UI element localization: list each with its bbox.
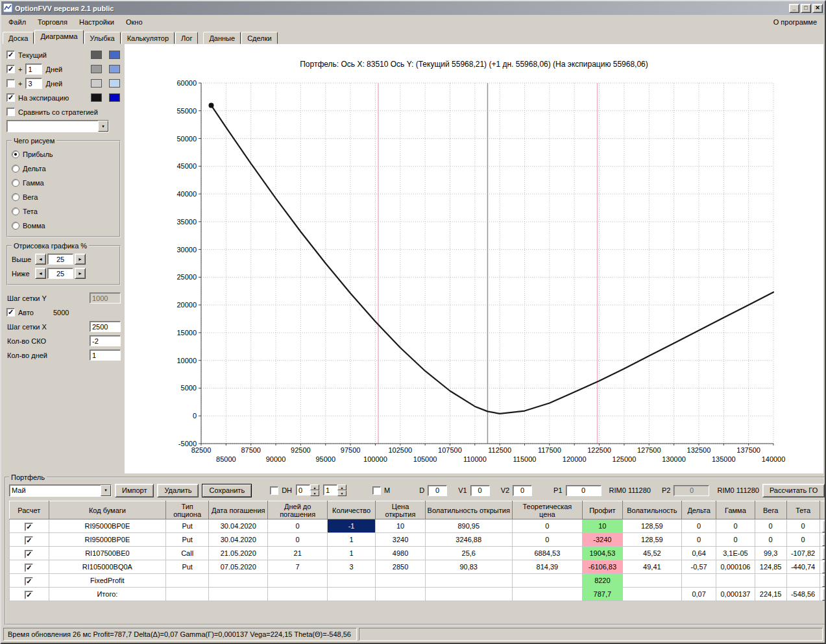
cell-code[interactable]: FixedProfit [49, 574, 166, 588]
delete-row-button[interactable]: X [822, 588, 826, 601]
column-header-1[interactable]: Код бумаги [49, 501, 166, 519]
column-header-14[interactable]: Тета [786, 501, 820, 519]
close-button[interactable]: ✕ [812, 4, 823, 13]
radio-delta[interactable] [12, 165, 19, 173]
cell-code[interactable]: RI107500BE0 [49, 547, 166, 560]
cell-theo[interactable] [512, 588, 582, 601]
tab-calculator[interactable]: Калькулятор [121, 32, 175, 44]
cell-theta[interactable]: -440,74 [786, 560, 820, 574]
cell-vol[interactable] [622, 588, 681, 601]
menu-about[interactable]: О программе [767, 16, 823, 28]
column-header-0[interactable]: Расчет [10, 501, 49, 519]
column-header-11[interactable]: Дельта [682, 501, 716, 519]
cell-date[interactable]: 30.04.2020 [209, 533, 268, 547]
cell-date[interactable]: 30.04.2020 [209, 519, 268, 533]
tab-smile[interactable]: Улыбка [84, 32, 121, 44]
cell-type[interactable] [166, 574, 209, 588]
dh-spinner-2-input[interactable] [323, 484, 337, 495]
cell-vega[interactable]: 224,15 [755, 588, 786, 601]
cell-profit[interactable]: 8220 [583, 574, 623, 588]
cell-qty[interactable]: 3 [327, 560, 375, 574]
column-header-9[interactable]: Профит [583, 501, 623, 519]
cell-open[interactable]: 4980 [376, 547, 426, 560]
above-percent-input[interactable] [47, 254, 73, 265]
cell-gamma[interactable] [716, 574, 755, 588]
delete-row-button[interactable]: X [822, 534, 826, 546]
menu-file[interactable]: Файл [3, 16, 32, 28]
cell-vol_open[interactable]: 890,95 [425, 519, 512, 533]
cell-profit[interactable]: -6106,83 [583, 560, 623, 574]
spin-down-button[interactable]: ▼ [337, 490, 346, 496]
expiration-line-checkbox[interactable] [6, 93, 15, 102]
plus3-days-input[interactable] [25, 78, 42, 89]
strategy-combobox[interactable]: ▼ [6, 120, 109, 132]
cell-type[interactable]: Put [166, 560, 209, 574]
cell-qty[interactable] [327, 574, 375, 588]
cell-vol[interactable]: 49,41 [622, 560, 681, 574]
below-decrease-button[interactable]: ◄ [35, 268, 46, 279]
cell-code[interactable]: Итого: [49, 588, 166, 601]
radio-vomma[interactable] [12, 222, 19, 230]
cell-theo[interactable]: 6884,53 [512, 547, 582, 560]
row-calc-checkbox[interactable] [25, 523, 33, 531]
spin-up-button[interactable]: ▲ [310, 484, 319, 490]
p1-input[interactable] [566, 485, 601, 496]
column-header-2[interactable]: Тип опциона [166, 501, 209, 519]
delete-row-button[interactable]: X [822, 561, 826, 573]
cell-code[interactable]: RI105000BQ0A [49, 560, 166, 574]
compare-strategy-checkbox[interactable] [6, 108, 15, 116]
cell-days[interactable] [268, 588, 327, 601]
cell-delta[interactable] [682, 574, 716, 588]
dh-spinner-1-input[interactable] [296, 484, 310, 495]
v1-input[interactable] [470, 485, 490, 496]
radio-profit[interactable] [12, 150, 19, 158]
delete-row-button[interactable]: X [822, 547, 826, 560]
menu-trade[interactable]: Торговля [32, 16, 73, 28]
below-percent-input[interactable] [47, 268, 73, 279]
cell-type[interactable]: Put [166, 519, 209, 533]
cell-open[interactable] [376, 574, 426, 588]
cell-theta[interactable]: -548,56 [786, 588, 820, 601]
profit-chart[interactable]: -500005000100001500020000250003000035000… [164, 74, 806, 472]
sko-count-input[interactable] [90, 335, 121, 346]
v2-input[interactable] [513, 485, 532, 496]
cell-open[interactable] [376, 588, 426, 601]
cell-vol_open[interactable]: 25,6 [425, 547, 512, 560]
cell-days[interactable]: 21 [268, 547, 327, 560]
plus1-days-input[interactable] [25, 64, 42, 75]
cell-code[interactable]: RI95000BP0E [49, 533, 166, 547]
tab-deals[interactable]: Сделки [241, 32, 278, 44]
cell-gamma[interactable]: 3,1E-05 [716, 547, 755, 560]
delete-button[interactable]: Удалить [157, 484, 199, 497]
dropdown-arrow-icon[interactable]: ▼ [101, 485, 111, 496]
menu-settings[interactable]: Настройки [73, 16, 120, 28]
radio-vega[interactable] [12, 193, 19, 201]
maximize-button[interactable]: □ [801, 4, 811, 13]
cell-type[interactable] [166, 588, 209, 601]
cell-profit[interactable]: 1904,53 [583, 547, 623, 560]
delete-row-button[interactable]: X [822, 575, 826, 587]
below-increase-button[interactable]: ► [75, 268, 86, 279]
row-calc-checkbox[interactable] [25, 591, 33, 599]
column-header-15[interactable]: X [820, 501, 826, 519]
cell-profit[interactable]: -3240 [583, 533, 623, 547]
plus3-line-checkbox[interactable] [6, 79, 15, 88]
cell-delta[interactable]: 0 [682, 519, 716, 533]
cell-vega[interactable]: 124,85 [755, 560, 786, 574]
cell-delta[interactable]: 0 [682, 533, 716, 547]
above-decrease-button[interactable]: ◄ [35, 254, 46, 265]
cell-profit[interactable]: 10 [583, 519, 623, 533]
cell-code[interactable]: RI95000BP0E [49, 519, 166, 533]
delete-row-button[interactable]: X [822, 520, 826, 532]
cell-vol[interactable]: 45,52 [622, 547, 681, 560]
current-line-checkbox[interactable] [6, 51, 15, 59]
cell-qty[interactable]: 1 [327, 547, 375, 560]
minimize-button[interactable]: _ [789, 4, 799, 13]
column-header-13[interactable]: Вега [755, 501, 786, 519]
tab-diagram[interactable]: Диаграмма [34, 30, 83, 44]
cell-vega[interactable]: 0 [755, 519, 786, 533]
row-calc-checkbox[interactable] [25, 564, 33, 572]
cell-vol_open[interactable]: 90,83 [425, 560, 512, 574]
cell-days[interactable]: 0 [268, 533, 327, 547]
cell-vega[interactable]: 99,3 [755, 547, 786, 560]
